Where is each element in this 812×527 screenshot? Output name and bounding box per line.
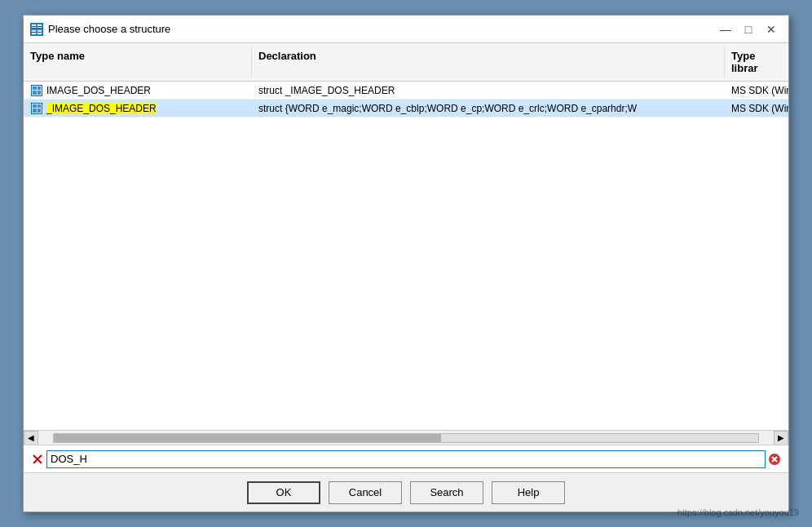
help-button[interactable]: Help bbox=[492, 481, 565, 504]
col-header-declaration: Declaration bbox=[252, 46, 725, 78]
search-clear-button[interactable] bbox=[766, 450, 783, 468]
dialog-icon bbox=[30, 23, 43, 36]
search-input[interactable] bbox=[46, 450, 766, 468]
type-name-0: IMAGE_DOS_HEADER bbox=[46, 85, 151, 96]
ok-button[interactable]: OK bbox=[247, 481, 320, 504]
title-bar-buttons: — □ ✕ bbox=[715, 20, 782, 38]
table-row[interactable]: _IMAGE_DOS_HEADER struct {WORD e_magic;W… bbox=[24, 100, 788, 117]
clear-icon bbox=[768, 453, 781, 466]
struct-icon-1 bbox=[30, 103, 43, 114]
x-icon bbox=[32, 454, 43, 465]
table-row[interactable]: IMAGE_DOS_HEADER struct _IMAGE_DOS_HEADE… bbox=[24, 82, 788, 100]
search-button[interactable]: Search bbox=[410, 481, 483, 504]
scroll-right-button[interactable]: ▶ bbox=[774, 431, 788, 445]
cell-library-1: MS SDK (Windo bbox=[725, 100, 788, 117]
scroll-left-button[interactable]: ◀ bbox=[24, 431, 38, 445]
table-body: IMAGE_DOS_HEADER struct _IMAGE_DOS_HEADE… bbox=[24, 82, 788, 430]
cancel-button[interactable]: Cancel bbox=[329, 481, 402, 504]
minimize-button[interactable]: — bbox=[715, 20, 736, 38]
button-bar: OK Cancel Search Help bbox=[24, 472, 788, 512]
horizontal-scrollbar-area: ◀ ▶ bbox=[24, 430, 788, 445]
title-bar-left: Please choose a structure bbox=[30, 23, 170, 36]
cell-type-name-0: IMAGE_DOS_HEADER bbox=[24, 82, 252, 100]
maximize-button[interactable]: □ bbox=[738, 20, 759, 38]
search-x-button[interactable] bbox=[29, 450, 46, 468]
choose-structure-dialog: Please choose a structure — □ ✕ Type nam… bbox=[23, 15, 789, 512]
cell-library-0: MS SDK (Window bbox=[725, 82, 788, 100]
horizontal-scrollbar-thumb[interactable] bbox=[54, 434, 441, 442]
horizontal-scrollbar-track[interactable] bbox=[53, 433, 759, 443]
cell-declaration-1: struct {WORD e_magic;WORD e_cblp;WORD e_… bbox=[252, 100, 725, 117]
struct-icon-0 bbox=[30, 85, 43, 96]
close-button[interactable]: ✕ bbox=[761, 20, 782, 38]
search-bar bbox=[24, 445, 788, 472]
col-header-type-library: Type librar bbox=[725, 46, 788, 78]
col-header-type-name: Type name bbox=[24, 46, 252, 78]
dialog-title: Please choose a structure bbox=[48, 23, 170, 35]
cell-declaration-0: struct _IMAGE_DOS_HEADER bbox=[252, 82, 725, 100]
title-bar: Please choose a structure — □ ✕ bbox=[24, 16, 788, 43]
type-name-1: _IMAGE_DOS_HEADER bbox=[46, 103, 157, 114]
table-area: Type name Declaration Type librar IM bbox=[24, 43, 788, 430]
table-header: Type name Declaration Type librar bbox=[24, 43, 788, 82]
cell-type-name-1: _IMAGE_DOS_HEADER bbox=[24, 100, 252, 117]
